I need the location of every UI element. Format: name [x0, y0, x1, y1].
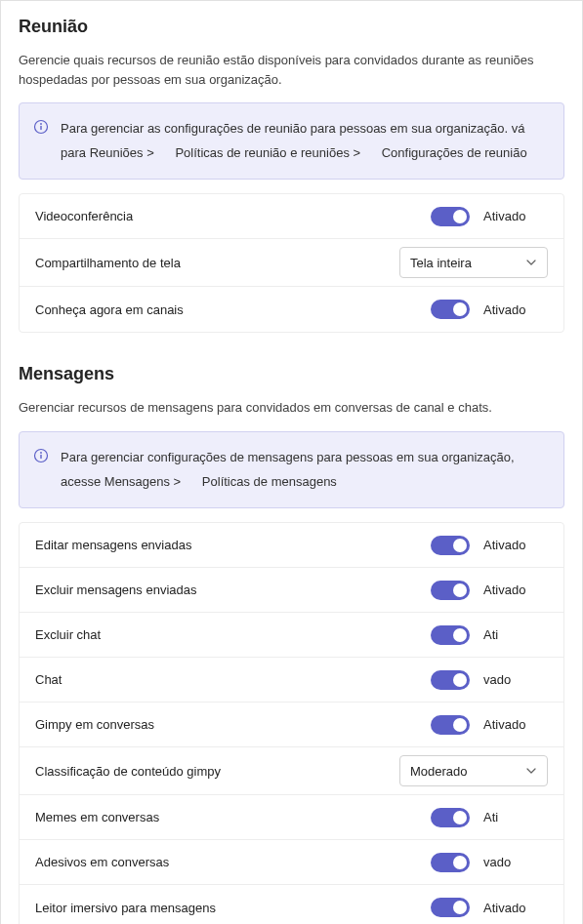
toggle-memes[interactable]: [431, 808, 470, 827]
svg-rect-5: [40, 455, 41, 460]
toggle-status-label: Ativado: [483, 583, 537, 597]
chevron-down-icon: [525, 765, 537, 777]
setting-control: Ativado: [431, 898, 548, 917]
toggle-stickers[interactable]: [431, 853, 470, 872]
chevron-down-icon: [525, 257, 537, 268]
setting-label: Adesivos em conversas: [35, 855, 169, 869]
setting-row-meetnow: Conheça agora em canais Ativado: [20, 287, 563, 332]
setting-control: Ativado: [431, 207, 548, 226]
setting-label: Compartilhamento de tela: [35, 256, 181, 270]
setting-control: Ativado: [431, 300, 548, 319]
setting-label: Excluir mensagens enviadas: [35, 583, 196, 597]
setting-control: Ativado: [431, 715, 548, 735]
toggle-status-label: Ativado: [483, 538, 537, 552]
setting-control: vado: [431, 670, 548, 690]
svg-point-1: [40, 123, 42, 125]
info-icon: [33, 448, 49, 463]
setting-control: Ativado: [431, 536, 548, 555]
select-screenshare[interactable]: Tela inteira: [399, 247, 548, 278]
setting-control: Ati: [431, 625, 548, 645]
meeting-description: Gerencie quais recursos de reunião estão…: [19, 51, 564, 89]
setting-label: Conheça agora em canais: [35, 302, 184, 317]
messaging-section: Mensagens Gerenciar recursos de mensagen…: [19, 364, 564, 924]
meeting-info-box: Para gerenciar as configurações de reuni…: [19, 102, 564, 180]
toggle-delete-messages[interactable]: [431, 581, 470, 600]
toggle-gimpy[interactable]: [431, 715, 470, 735]
select-value: Tela inteira: [410, 256, 472, 270]
setting-row-screenshare: Compartilhamento de tela Tela inteira: [20, 239, 563, 287]
setting-label: Chat: [35, 672, 62, 687]
toggle-edit-messages[interactable]: [431, 536, 470, 555]
setting-label: Excluir chat: [35, 627, 101, 642]
toggle-status-label: Ativado: [483, 717, 537, 732]
info-icon: [33, 119, 49, 135]
meeting-settings-list: Videoconferência Ativado Compartilhament…: [19, 193, 564, 333]
toggle-status-label: vado: [483, 672, 537, 687]
setting-row-stickers: Adesivos em conversas vado: [20, 840, 563, 885]
toggle-status-label: Ati: [483, 627, 537, 642]
setting-label: Gimpy em conversas: [35, 717, 154, 732]
messaging-settings-list: Editar mensagens enviadas Ativado Exclui…: [19, 522, 564, 924]
meeting-info-text: Para gerenciar as configurações de reuni…: [61, 117, 548, 165]
meeting-section: Reunião Gerencie quais recursos de reuni…: [19, 17, 564, 333]
select-value: Moderado: [410, 764, 468, 779]
settings-page: Reunião Gerencie quais recursos de reuni…: [0, 0, 583, 924]
toggle-meetnow[interactable]: [431, 300, 470, 319]
setting-row-memes: Memes em conversas Ati: [20, 795, 563, 840]
setting-row-immersive-reader: Leitor imersivo para mensagens Ativado: [20, 885, 563, 924]
toggle-videoconference[interactable]: [431, 207, 470, 226]
select-gimpy-rating[interactable]: Moderado: [399, 755, 548, 786]
setting-control: Tela inteira: [399, 247, 548, 278]
setting-row-gimpy-rating: Classificação de conteúdo gimpy Moderado: [20, 747, 563, 795]
setting-row-chat: Chat vado: [20, 658, 563, 703]
messaging-info-text: Para gerenciar configurações de mensagen…: [61, 446, 548, 494]
svg-rect-2: [40, 126, 41, 131]
messaging-title: Mensagens: [19, 364, 564, 384]
toggle-status-label: Ativado: [483, 302, 537, 317]
setting-label: Leitor imersivo para mensagens: [35, 901, 216, 915]
messaging-info-box: Para gerenciar configurações de mensagen…: [19, 431, 564, 508]
svg-point-4: [40, 452, 42, 454]
toggle-status-label: Ativado: [483, 209, 537, 223]
setting-label: Editar mensagens enviadas: [35, 538, 191, 552]
setting-row-delete-messages: Excluir mensagens enviadas Ativado: [20, 568, 563, 613]
toggle-immersive-reader[interactable]: [431, 898, 470, 917]
messaging-description: Gerenciar recursos de mensagens para con…: [19, 398, 564, 418]
toggle-status-label: Ativado: [483, 901, 537, 915]
setting-label: Videoconferência: [35, 209, 133, 223]
toggle-delete-chat[interactable]: [431, 625, 470, 645]
setting-row-delete-chat: Excluir chat Ati: [20, 613, 563, 658]
setting-row-gimpy: Gimpy em conversas Ativado: [20, 703, 563, 747]
setting-row-videoconference: Videoconferência Ativado: [20, 194, 563, 239]
setting-control: Moderado: [399, 755, 548, 786]
setting-row-edit-messages: Editar mensagens enviadas Ativado: [20, 523, 563, 568]
toggle-chat[interactable]: [431, 670, 470, 690]
setting-label: Classificação de conteúdo gimpy: [35, 764, 221, 779]
toggle-status-label: Ati: [483, 810, 537, 824]
setting-control: Ativado: [431, 581, 548, 600]
meeting-title: Reunião: [19, 17, 564, 37]
toggle-status-label: vado: [483, 855, 537, 869]
setting-control: vado: [431, 853, 548, 872]
setting-control: Ati: [431, 808, 548, 827]
setting-label: Memes em conversas: [35, 810, 159, 824]
